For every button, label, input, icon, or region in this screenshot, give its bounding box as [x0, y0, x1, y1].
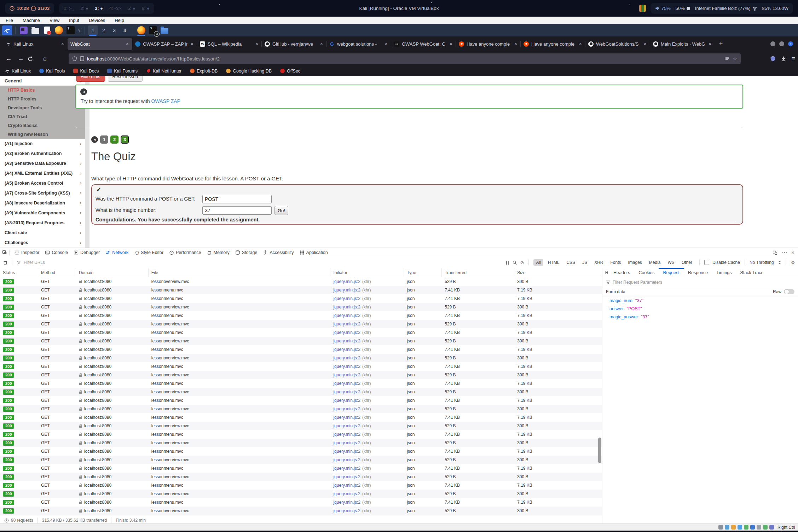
network-settings-gear-icon[interactable]: ⚙ — [791, 260, 795, 265]
new-tab-button[interactable]: + — [716, 39, 726, 49]
filter-urls-input[interactable]: Filter URLs — [24, 260, 45, 265]
initiator-link[interactable]: jquery.min.js:2 — [333, 423, 360, 428]
bookmark-star-icon[interactable]: ☆ — [733, 56, 737, 62]
browser-tab[interactable]: Kali Linux× — [3, 38, 68, 50]
initiator-link[interactable]: jquery.min.js:2 — [333, 305, 360, 310]
initiator-link[interactable]: jquery.min.js:2 — [333, 500, 360, 505]
url-text[interactable]: localhost:8080/WebGoat/start.mvc#lesson/… — [87, 56, 722, 62]
table-row[interactable]: 200GETlocalhost:8080lessonmenu.mvcjquery… — [0, 286, 602, 294]
bookmark-item[interactable]: Google Hacking DB — [226, 69, 272, 74]
owasp-zap-link[interactable]: OWASP ZAP — [151, 98, 180, 104]
table-row[interactable]: 200GETlocalhost:8080lessonoverview.mvcjq… — [0, 456, 602, 464]
tab-close-icon[interactable]: × — [190, 41, 194, 47]
devtools-tab-style-editor[interactable]: {}Style Editor — [131, 248, 166, 257]
table-row[interactable]: 200GETlocalhost:8080lessonoverview.mvcjq… — [0, 277, 602, 286]
browser-tab[interactable]: WSQL – Wikipedia× — [197, 38, 262, 50]
initiator-link[interactable]: jquery.min.js:2 — [333, 432, 360, 437]
taskbar-workspace-4[interactable]: 4 — [120, 25, 129, 35]
bookmark-item[interactable]: Exploit-DB — [190, 69, 218, 74]
workspace-item[interactable]: 6: ● — [142, 6, 150, 11]
terminal-window-button[interactable]: $.3 — [148, 25, 158, 35]
status-mouse-icon[interactable] — [769, 525, 774, 530]
workspace-switcher[interactable]: 1: >_2: ●3: ●4: </>5: ●6: ● — [59, 3, 154, 14]
table-row[interactable]: 200GETlocalhost:8080lessonoverview.mvcjq… — [0, 507, 602, 515]
file-manager-button[interactable] — [30, 25, 40, 35]
column-header-initiator[interactable]: Initiator — [330, 268, 404, 277]
filter-request-parameters-input[interactable]: Filter Request Parameters — [613, 280, 662, 285]
forward-button[interactable]: → — [16, 55, 26, 62]
sidebar-category[interactable]: (A3) Sensitive Data Exposure› — [0, 158, 85, 168]
status-usb-icon[interactable] — [744, 525, 748, 530]
pagination-page-2[interactable]: 2 — [110, 135, 118, 144]
initiator-link[interactable]: jquery.min.js:2 — [333, 288, 360, 293]
status-audio-icon[interactable] — [731, 525, 736, 530]
table-row[interactable]: 200GETlocalhost:8080lessonmenu.mvcjquery… — [0, 430, 602, 439]
go-button[interactable]: Go! — [274, 206, 288, 215]
table-row[interactable]: 200GETlocalhost:8080lessonoverview.mvcjq… — [0, 337, 602, 345]
browser-tab[interactable]: OWASP ZAP – ZAP in× — [132, 38, 197, 50]
tracking-shield-icon[interactable] — [72, 56, 77, 61]
table-row[interactable]: 200GETlocalhost:8080lessonoverview.mvcjq… — [0, 473, 602, 481]
table-row[interactable]: 200GETlocalhost:8080lessonmenu.mvcjquery… — [0, 294, 602, 303]
devtools-tab-application[interactable]: Application — [297, 248, 331, 257]
tab-close-icon[interactable]: × — [449, 41, 453, 47]
files-window-button[interactable] — [160, 25, 169, 35]
sidebar-item-crypto-basics[interactable]: Crypto Basics — [0, 121, 85, 130]
initiator-link[interactable]: jquery.min.js:2 — [333, 313, 360, 318]
table-row[interactable]: 200GETlocalhost:8080lessonmenu.mvcjquery… — [0, 379, 602, 388]
collapse-detail-panel-icon[interactable] — [605, 270, 609, 275]
browser-tab[interactable]: OWASP WebGoat: G× — [391, 38, 456, 50]
initiator-link[interactable]: jquery.min.js:2 — [333, 491, 360, 496]
reader-mode-icon[interactable] — [725, 56, 730, 61]
tab-close-icon[interactable]: × — [60, 41, 65, 47]
hide-hints-button[interactable]: Hide hints — [76, 76, 105, 82]
timing-clock-icon[interactable] — [4, 518, 9, 523]
workspace-item[interactable]: 2: ● — [81, 6, 88, 11]
block-requests-icon[interactable]: ⊘ — [520, 260, 524, 265]
bookmark-item[interactable]: Kali NetHunter — [146, 69, 181, 74]
initiator-link[interactable]: jquery.min.js:2 — [333, 330, 360, 335]
table-row[interactable]: 200GETlocalhost:8080lessonmenu.mvcjquery… — [0, 481, 602, 490]
taskbar-workspace-3[interactable]: 3 — [109, 25, 119, 35]
bookmark-item[interactable]: OffSec — [280, 69, 300, 74]
browser-tab[interactable]: Gwebgoat solutions -× — [326, 38, 391, 50]
app-menu-icon[interactable]: ≡ — [791, 55, 795, 63]
table-row[interactable]: 200GETlocalhost:8080lessonmenu.mvcjquery… — [0, 396, 602, 405]
sidebar-category[interactable]: Client side› — [0, 228, 85, 238]
initiator-link[interactable]: jquery.min.js:2 — [333, 483, 360, 488]
tab-close-icon[interactable]: × — [125, 41, 129, 47]
bookmark-item[interactable]: Kali Forums — [107, 69, 138, 74]
devtools-meatball-menu[interactable]: ⋯ — [782, 249, 787, 256]
detail-tab-headers[interactable]: Headers — [609, 268, 634, 277]
table-row[interactable]: 200GETlocalhost:8080lessonmenu.mvcjquery… — [0, 311, 602, 320]
workspace-item[interactable]: 5: ● — [127, 6, 135, 11]
initiator-link[interactable]: jquery.min.js:2 — [333, 296, 360, 301]
table-row[interactable]: 200GETlocalhost:8080lessonmenu.mvcjquery… — [0, 345, 602, 354]
initiator-link[interactable]: jquery.min.js:2 — [333, 449, 360, 454]
close-window-button[interactable]: × — [788, 41, 793, 46]
pagination-page-3[interactable]: 3 — [121, 135, 129, 144]
tab-close-icon[interactable]: × — [319, 41, 324, 47]
table-row[interactable]: 200GETlocalhost:8080lessonoverview.mvcjq… — [0, 439, 602, 447]
initiator-link[interactable]: jquery.min.js:2 — [333, 381, 360, 386]
table-row[interactable]: 200GETlocalhost:8080lessonoverview.mvcjq… — [0, 320, 602, 328]
table-row[interactable]: 200GETlocalhost:8080lessonmenu.mvcjquery… — [0, 328, 602, 337]
sidebar-item-developer-tools[interactable]: Developer Tools — [0, 103, 85, 112]
kali-menu-button[interactable] — [2, 25, 12, 35]
browser-tab[interactable]: GitHub - vernjan/we× — [262, 38, 326, 50]
browser-tab[interactable]: WebGoat× — [68, 38, 132, 50]
initiator-link[interactable]: jquery.min.js:2 — [333, 322, 360, 326]
taskbar-workspace-1[interactable]: 1 — [88, 25, 98, 35]
firefox-launcher-button[interactable] — [54, 25, 64, 35]
tab-close-icon[interactable]: × — [255, 41, 259, 47]
table-row[interactable]: 200GETlocalhost:8080lessonoverview.mvcjq… — [0, 354, 602, 362]
tray-icon[interactable] — [639, 5, 646, 12]
devtools-tab-memory[interactable]: Memory — [204, 248, 232, 257]
column-header-domain[interactable]: Domain — [76, 268, 149, 277]
reset-lesson-button[interactable]: Reset lesson — [108, 76, 143, 82]
menu-help[interactable]: Help — [115, 18, 124, 23]
sidebar-category[interactable]: (A5) Broken Access Control› — [0, 178, 85, 188]
launcher-dropdown-icon[interactable]: ˅ — [77, 28, 81, 33]
devtools-tab-debugger[interactable]: Debugger — [71, 248, 103, 257]
initiator-link[interactable]: jquery.min.js:2 — [333, 415, 360, 420]
